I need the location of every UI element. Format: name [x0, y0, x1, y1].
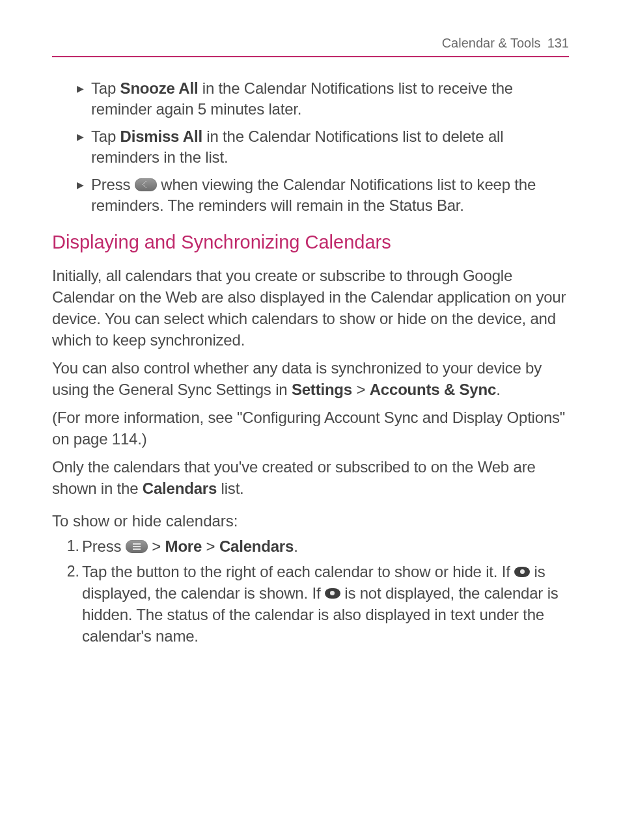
paragraph: Initially, all calendars that you create…	[52, 265, 569, 351]
list-number: 2.	[65, 561, 82, 582]
header-section-label: Calendar & Tools	[442, 36, 541, 51]
list-text: Tap the button to the right of each cale…	[82, 561, 569, 647]
manual-page: Calendar & Tools 131 ▶ Tap Snooze All in…	[0, 0, 621, 690]
menu-button-icon	[126, 540, 148, 553]
section-heading: Displaying and Synchronizing Calendars	[52, 232, 569, 253]
paragraph: (For more information, see "Configuring …	[52, 407, 569, 450]
numbered-list: 1. Press > More > Calendars. 2. Tap the …	[52, 535, 569, 647]
bullet-item: ▶ Tap Snooze All in the Calendar Notific…	[77, 78, 569, 120]
paragraph: Only the calendars that you've created o…	[52, 456, 569, 499]
bullet-marker-icon: ▶	[77, 174, 91, 195]
eye-visible-icon	[514, 567, 530, 577]
list-number: 1.	[65, 535, 82, 557]
list-text: Press > More > Calendars.	[82, 535, 569, 557]
bullet-item: ▶ Press when viewing the Calendar Notifi…	[77, 174, 569, 216]
list-item: 2. Tap the button to the right of each c…	[65, 561, 569, 647]
bullet-item: ▶ Tap Dismiss All in the Calendar Notifi…	[77, 126, 569, 168]
bullet-list: ▶ Tap Snooze All in the Calendar Notific…	[52, 78, 569, 216]
header-page-number: 131	[547, 36, 569, 51]
back-button-icon	[135, 178, 157, 191]
sub-heading: To show or hide calendars:	[52, 512, 569, 530]
paragraph: You can also control whether any data is…	[52, 357, 569, 400]
list-item: 1. Press > More > Calendars.	[65, 535, 569, 557]
bullet-marker-icon: ▶	[77, 78, 91, 99]
bullet-marker-icon: ▶	[77, 126, 91, 147]
eye-visible-icon	[325, 588, 340, 599]
bullet-text: Press when viewing the Calendar Notifica…	[91, 174, 569, 216]
bullet-text: Tap Dismiss All in the Calendar Notifica…	[91, 126, 569, 168]
page-header: Calendar & Tools 131	[52, 36, 569, 57]
bullet-text: Tap Snooze All in the Calendar Notificat…	[91, 78, 569, 120]
